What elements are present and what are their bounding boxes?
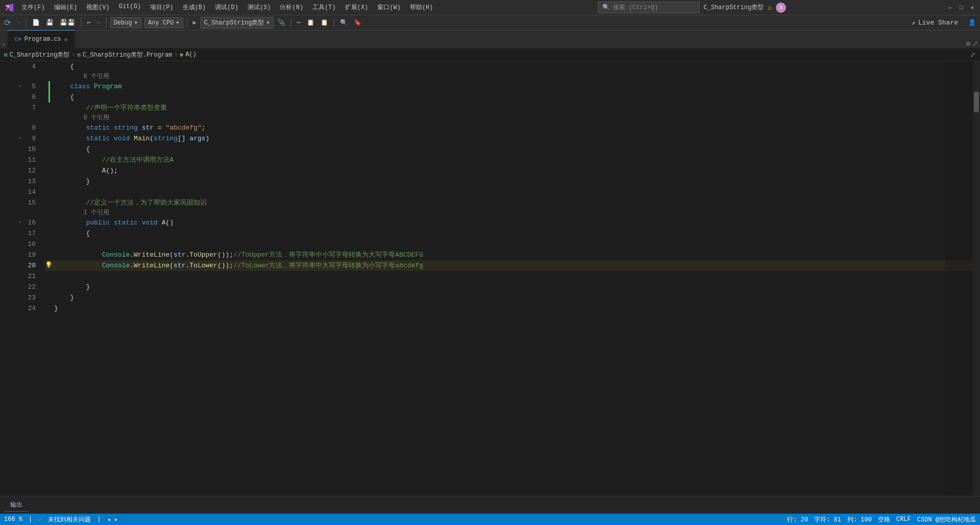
menu-test[interactable]: 测试(S) <box>243 2 275 13</box>
nav-forward-button[interactable]: → <box>15 18 22 28</box>
line-number-6: 6 <box>24 92 39 103</box>
maximize-button[interactable]: □ <box>958 4 965 11</box>
gutter-line-18: 18 <box>0 239 39 249</box>
cut-button[interactable]: ✂ <box>295 18 303 28</box>
find-button[interactable]: 🔍 <box>338 18 350 28</box>
code-line-12[interactable]: A(); <box>45 165 973 176</box>
code-line-11[interactable]: //在主方法中调用方法A <box>45 155 973 165</box>
code-line-24[interactable]: } <box>45 303 973 314</box>
undo-button[interactable]: ↩ <box>85 18 92 28</box>
line-number-23: 23 <box>24 292 39 303</box>
menu-build[interactable]: 生成(B) <box>179 2 210 13</box>
save-all-button[interactable]: 💾💾 <box>58 18 77 28</box>
line-decorations-6 <box>45 92 54 103</box>
code-line-8[interactable]: static string str = "abcdefg"; <box>45 122 973 133</box>
cursor-position: 行: 20 <box>787 515 808 524</box>
gutter-spacer-8 <box>0 113 39 122</box>
debug-config-dropdown[interactable]: Debug ▾ <box>110 17 141 28</box>
code-line-14[interactable] <box>45 187 973 197</box>
nav-back-button[interactable]: ⟳ <box>2 17 13 29</box>
startup-dropdown[interactable]: C_SharpString类型 ▾ <box>201 17 274 29</box>
minimize-button[interactable]: — <box>946 4 953 11</box>
new-file-button[interactable]: 📄 <box>30 18 42 28</box>
tab-label: Program.cs <box>24 36 61 43</box>
breadcrumb-method[interactable]: A() <box>185 51 197 58</box>
menu-debug[interactable]: 调试(D) <box>211 2 242 13</box>
code-line-19[interactable]: Console.WriteLine(str.ToUpper());//ToUpp… <box>45 249 973 260</box>
nav-arrows[interactable]: ◂ ▸ <box>107 516 118 523</box>
tab-program-cs[interactable]: C# Program.cs ✕ <box>8 30 76 48</box>
line-number-4: 4 <box>24 61 39 72</box>
line-number-10: 10 <box>24 144 39 155</box>
code-line-13[interactable]: } <box>45 176 973 187</box>
menu-analyze[interactable]: 分析(N) <box>276 2 307 13</box>
live-share-label: Live Share <box>918 19 958 27</box>
layout-icon[interactable]: ⊞ <box>966 40 970 48</box>
code-line-4[interactable]: { <box>45 61 973 72</box>
platform-label: Any CPU <box>148 19 174 27</box>
gutter-line-12: 12 <box>0 165 39 176</box>
zoom-level[interactable]: 166 % <box>4 516 22 523</box>
menu-bar[interactable]: 文件(F) 编辑(E) 视图(V) Git(G) 项目(P) 生成(B) 调试(… <box>17 2 437 13</box>
breadcrumb-class[interactable]: C_SharpString类型.Program <box>83 51 172 59</box>
menu-git[interactable]: Git(G) <box>115 2 145 13</box>
menu-file[interactable]: 文件(F) <box>17 2 49 13</box>
close-button[interactable]: ✕ <box>969 4 976 11</box>
breadcrumb-project[interactable]: C_SharpString类型 <box>10 51 70 59</box>
code-line-20[interactable]: 💡 Console.WriteLine(str.ToLower());//ToL… <box>45 260 973 271</box>
code-line-23[interactable]: } <box>45 292 973 303</box>
gutter-line-21: 21 <box>0 271 39 282</box>
attach-button[interactable]: 📎 <box>276 18 287 28</box>
platform-dropdown[interactable]: Any CPU ▾ <box>144 17 183 28</box>
menu-project[interactable]: 项目(P) <box>146 2 178 13</box>
expand-icon[interactable]: ⤢ <box>972 40 978 48</box>
vs-logo <box>4 3 14 13</box>
expand-editor-icon[interactable]: ⤢ <box>970 51 976 59</box>
search-box[interactable]: 🔍 搜索 (Ctrl+Q) <box>598 2 700 13</box>
editor-scrollbar[interactable] <box>973 61 980 496</box>
gutter-line-10: 10 <box>0 144 39 155</box>
code-line-6[interactable]: { <box>45 92 973 103</box>
menu-help[interactable]: 帮助(H) <box>406 2 437 13</box>
code-line-21[interactable] <box>45 271 973 282</box>
live-share-button[interactable]: ↗ Live Share <box>907 18 962 28</box>
code-editor[interactable]: { 0 个引用 class Program { //声明一个字符串类型变量 0 … <box>41 61 973 496</box>
code-line-22[interactable]: } <box>45 282 973 292</box>
output-tab[interactable]: 输出 <box>4 498 29 512</box>
code-line-18[interactable] <box>45 239 973 249</box>
code-line-7[interactable]: //声明一个字符串类型变量 <box>45 103 973 113</box>
separator-1 <box>26 18 27 28</box>
minimap <box>945 61 973 496</box>
bookmark-button[interactable]: 🔖 <box>352 18 363 28</box>
breadcrumb-icon: ⊞ <box>4 52 8 58</box>
gutter-line-16: −16 <box>0 217 39 228</box>
title-bar-right: — □ ✕ <box>946 4 976 11</box>
run-button[interactable]: ▶ <box>191 18 199 28</box>
gutter-line-11: 11 <box>0 155 39 165</box>
fold-button-9[interactable]: − <box>16 133 23 144</box>
fold-button-16[interactable]: − <box>16 217 23 228</box>
paste-button[interactable]: 📋 <box>318 18 330 28</box>
copy-button[interactable]: 📋 <box>305 18 316 28</box>
code-line-10[interactable]: { <box>45 144 973 155</box>
menu-view[interactable]: 视图(V) <box>82 2 114 13</box>
fold-button-5[interactable]: − <box>16 81 23 92</box>
menu-window[interactable]: 窗口(W) <box>373 2 405 13</box>
breadcrumb-right: ⤢ <box>970 51 976 59</box>
save-button[interactable]: 💾 <box>44 18 56 28</box>
menu-edit[interactable]: 编辑(E) <box>50 2 82 13</box>
status-bar: 166 % | ✓ 未找到相关问题 | ◂ ▸ 行: 20 字符: 81 列: … <box>0 514 980 525</box>
menu-tools[interactable]: 工具(T) <box>308 2 340 13</box>
menu-extensions[interactable]: 扩展(X) <box>341 2 373 13</box>
redo-button[interactable]: ↪ <box>94 18 102 28</box>
code-line-9[interactable]: static void Main(string[] args) <box>45 133 973 144</box>
line-decorations-5 <box>45 81 54 92</box>
code-line-17[interactable]: { <box>45 228 973 239</box>
line-number-16: 16 <box>24 217 39 228</box>
code-line-5[interactable]: class Program <box>45 81 973 92</box>
code-line-16[interactable]: public static void A() <box>45 217 973 228</box>
tab-close-button[interactable]: ✕ <box>64 36 68 43</box>
code-line-15[interactable]: //定义一个方法，为了帮助大家巩固知识 <box>45 197 973 208</box>
settings-button[interactable]: 👤 <box>966 18 978 28</box>
window-controls[interactable]: — □ ✕ <box>946 4 976 11</box>
